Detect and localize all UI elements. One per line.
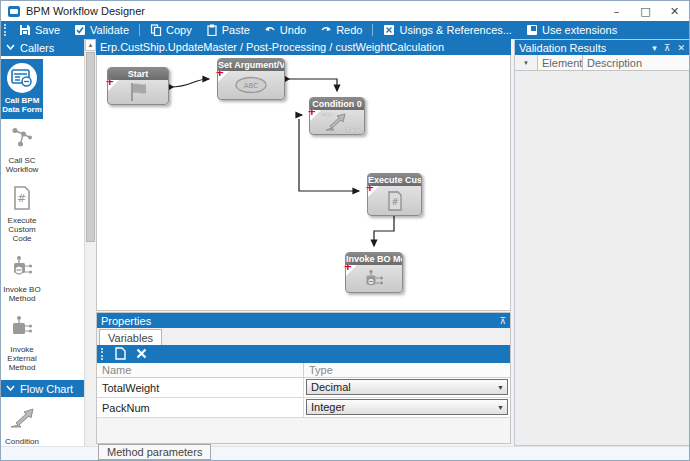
add-action-icon[interactable]: + — [308, 105, 316, 118]
copy-button[interactable]: Copy — [143, 21, 199, 39]
new-variable-button[interactable] — [115, 347, 126, 362]
designer-area: Erp.CustShip.UpdateMaster / Post-Process… — [96, 39, 511, 311]
abc-icon: ABC — [234, 76, 268, 94]
save-label: Save — [35, 24, 60, 36]
node-invoke-bo-method[interactable]: Invoke BO Method + — [345, 252, 403, 293]
sidebar-item-invoke-external-method[interactable]: Invoke External Method — [1, 308, 43, 377]
validate-icon — [74, 24, 86, 36]
maximize-button[interactable]: □ — [631, 1, 660, 21]
node-title: Execute Custom C — [368, 174, 421, 186]
save-icon — [19, 24, 31, 36]
node-title: Condition 0 — [310, 98, 364, 110]
column-header-description[interactable]: Description — [583, 55, 689, 70]
variables-toolbar — [97, 345, 510, 363]
undo-button[interactable]: Undo — [257, 21, 313, 39]
section-callers[interactable]: Callers — [1, 39, 84, 56]
copy-label: Copy — [166, 24, 192, 36]
sidebar-item-label: Call BPM Data Form — [2, 96, 42, 114]
variable-name[interactable]: PackNum — [97, 398, 304, 417]
properties-header: Properties ⊼ — [97, 313, 510, 328]
flag-icon — [127, 82, 149, 102]
validate-label: Validate — [90, 24, 129, 36]
callers-items: Call BPM Data Form Call SC Workflow # Ex… — [1, 56, 84, 380]
usings-references-icon — [383, 24, 395, 36]
column-header-type[interactable]: Type — [304, 363, 510, 377]
node-start[interactable]: Start + — [107, 67, 169, 105]
node-set-argument[interactable]: Set Argument/Vari ABC + — [217, 58, 285, 100]
type-dropdown[interactable]: Integer ▼ — [306, 399, 508, 415]
add-action-icon[interactable]: + — [344, 260, 352, 273]
call-bpm-data-form-icon — [7, 63, 37, 93]
node-title: Invoke BO Method — [346, 253, 402, 265]
svg-text:ABC: ABC — [244, 82, 258, 90]
section-callers-label: Callers — [20, 42, 54, 54]
type-value: Integer — [311, 401, 345, 413]
add-action-icon[interactable]: + — [366, 181, 374, 194]
true-port-label[interactable]: True — [321, 111, 333, 117]
variable-row[interactable]: TotalWeight Decimal ▼ — [97, 378, 510, 398]
close-panel-icon[interactable]: ✕ — [677, 43, 685, 53]
section-flow-chart[interactable]: Flow Chart — [1, 380, 84, 397]
properties-tabs: Variables — [97, 328, 510, 345]
paste-label: Paste — [222, 24, 250, 36]
sidebar-item-call-bpm-data-form[interactable]: Call BPM Data Form — [1, 59, 43, 119]
sidebar-item-call-sc-workflow[interactable]: Call SC Workflow — [1, 119, 43, 179]
paste-button[interactable]: Paste — [199, 21, 257, 39]
add-action-icon[interactable]: + — [106, 75, 114, 88]
column-header-name[interactable]: Name — [97, 363, 304, 377]
breadcrumb: Erp.CustShip.UpdateMaster / Post-Process… — [96, 39, 511, 55]
redo-icon — [320, 24, 332, 36]
chevron-down-icon — [6, 44, 15, 51]
column-header-element[interactable]: Element — [538, 55, 583, 70]
type-dropdown[interactable]: Decimal ▼ — [306, 379, 508, 395]
pin-icon[interactable]: ⊼ — [664, 43, 671, 53]
validate-button[interactable]: Validate — [67, 21, 136, 39]
tab-variables[interactable]: Variables — [99, 329, 162, 345]
use-extensions-button[interactable]: Use extensions — [519, 21, 624, 39]
delete-variable-button[interactable] — [136, 348, 147, 361]
variable-name[interactable]: TotalWeight — [97, 378, 304, 397]
sidebar-item-invoke-bo-method[interactable]: Invoke BO Method — [1, 248, 43, 308]
invoke-bo-icon — [363, 269, 385, 289]
variables-grid-header: Name Type — [97, 363, 510, 378]
app-icon — [8, 6, 20, 17]
false-port-label[interactable]: False — [346, 127, 361, 133]
properties-panel: Properties ⊼ Variables Name Type TotalWe… — [96, 312, 511, 444]
title-bar: BPM Workflow Designer – □ ✕ — [1, 1, 689, 21]
chevron-down-icon: ▼ — [497, 384, 504, 391]
add-action-icon[interactable]: + — [216, 66, 224, 79]
variable-row[interactable]: PackNum Integer ▼ — [97, 398, 510, 418]
redo-label: Redo — [336, 24, 362, 36]
chevron-down-icon: ▼ — [497, 404, 504, 411]
toolbar-grip[interactable] — [4, 24, 8, 36]
node-condition-0[interactable]: Condition 0 + True False — [309, 97, 365, 135]
sidebar-item-condition[interactable]: Condition — [1, 400, 43, 451]
window-menu-icon[interactable]: ▾ — [652, 43, 657, 53]
validation-results-list[interactable] — [515, 71, 689, 445]
pin-icon[interactable]: ⊼ — [499, 316, 506, 326]
workflow-canvas[interactable]: Start + Set Argument/Vari ABC + Conditio… — [96, 55, 511, 311]
sidebar-item-execute-custom-code[interactable]: # Execute Custom Code — [1, 179, 43, 248]
window-title: BPM Workflow Designer — [26, 5, 145, 17]
close-button[interactable]: ✕ — [660, 1, 689, 21]
toolbar-separator — [139, 24, 140, 36]
redo-button[interactable]: Redo — [313, 21, 369, 39]
use-extensions-label: Use extensions — [542, 24, 617, 36]
sidebar-scrollbar[interactable]: ▲ ▼ — [85, 39, 96, 461]
chevron-down-icon — [6, 385, 15, 392]
copy-icon — [150, 24, 162, 36]
node-execute-custom-code[interactable]: Execute Custom C # + — [367, 173, 422, 216]
filter-dropdown[interactable]: ▼ — [515, 55, 538, 70]
sidebar-item-label: Call SC Workflow — [2, 156, 42, 174]
scrollbar-thumb[interactable] — [86, 52, 95, 242]
minimize-button[interactable]: – — [602, 1, 631, 21]
custom-code-icon: # — [387, 191, 403, 211]
tab-method-parameters[interactable]: Method parameters — [98, 444, 211, 460]
use-extensions-icon — [526, 24, 538, 36]
invoke-bo-method-icon — [7, 252, 37, 282]
save-button[interactable]: Save — [12, 21, 67, 39]
toolbar-grip[interactable] — [101, 348, 105, 360]
svg-text:#: # — [17, 192, 26, 205]
usings-references-button[interactable]: Usings & References... — [376, 21, 519, 39]
scroll-up-button[interactable]: ▲ — [85, 39, 96, 51]
